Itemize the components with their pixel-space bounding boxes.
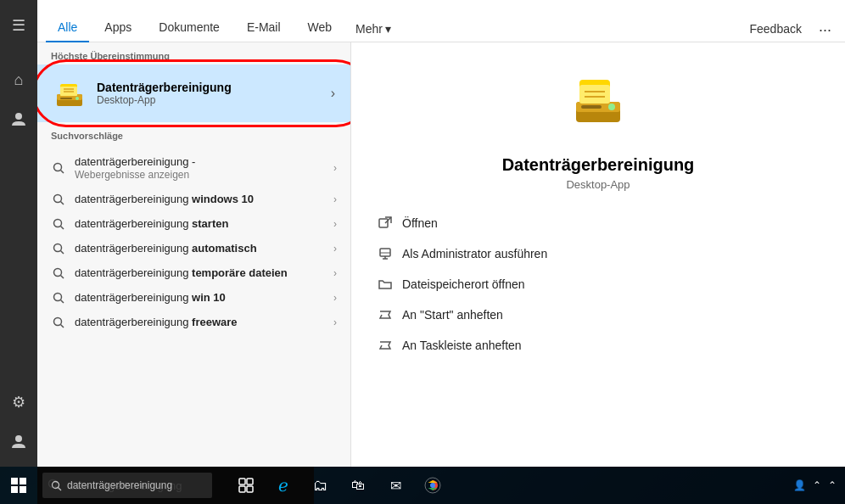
svg-line-21 <box>61 300 64 303</box>
suggestion-arrow-7: › <box>333 316 337 328</box>
action-admin[interactable]: Als Administrator ausführen <box>377 242 820 266</box>
suggestion-item-1[interactable]: datenträgerbereinigung - Webergebnisse a… <box>37 149 350 187</box>
sidebar: ☰ ⌂ ⚙ <box>0 0 37 467</box>
detail-title: Datenträgerbereinigung <box>377 155 820 175</box>
suggestions-label: Suchvorschläge <box>37 122 350 144</box>
svg-line-23 <box>61 324 64 328</box>
folder-icon <box>377 276 394 293</box>
svg-rect-46 <box>239 479 245 484</box>
edge-icon[interactable]: ℯ <box>266 467 300 504</box>
file-explorer-icon[interactable]: 🗂 <box>304 467 338 504</box>
tab-dokumente[interactable]: Dokumente <box>147 14 232 42</box>
more-options-button[interactable]: ··· <box>814 18 837 42</box>
action-pin-taskbar[interactable]: An Taskleiste anheften <box>377 333 820 357</box>
detail-actions: Öffnen Als Administrator ausführen Datei… <box>377 211 820 357</box>
suggestion-text-7: datenträgerbereinigung freeware <box>75 316 325 328</box>
main-content: Alle Apps Dokumente E-Mail Web Mehr ▾ Fe… <box>37 0 845 467</box>
svg-point-16 <box>54 244 62 251</box>
sidebar-home[interactable]: ⌂ <box>0 61 37 98</box>
suggestion-arrow-1: › <box>333 162 337 174</box>
svg-rect-26 <box>581 105 602 109</box>
search-icon-1 <box>51 162 66 174</box>
taskview-icon[interactable] <box>229 467 263 504</box>
suggestion-item-7[interactable]: datenträgerbereinigung freeware › <box>37 310 350 334</box>
svg-point-5 <box>76 97 79 100</box>
best-match-label: Höchste Übereinstimmung <box>37 42 350 64</box>
taskbar-search-text: datenträgerbereinigung <box>67 479 172 491</box>
pin-start-icon <box>377 306 394 323</box>
start-button[interactable] <box>0 467 37 504</box>
tab-web[interactable]: Web <box>296 14 344 42</box>
pin-taskbar-icon <box>377 337 394 354</box>
taskbar-notification-icon: ⌃ <box>813 479 821 491</box>
best-match-text: Datenträgerbereinigung Desktop-App <box>97 81 331 106</box>
suggestion-text-6: datenträgerbereinigung win 10 <box>75 291 325 304</box>
taskbar-app-icons: ℯ 🗂 🛍 ✉ <box>229 467 450 504</box>
svg-rect-49 <box>247 486 253 492</box>
sidebar-settings[interactable]: ⚙ <box>0 384 37 421</box>
svg-line-17 <box>61 250 64 254</box>
taskbar-expand-icon: ⌃ <box>828 479 837 491</box>
sidebar-bottom: ⚙ <box>0 384 37 460</box>
suggestion-text-2: datenträgerbereinigung windows 10 <box>75 193 325 205</box>
svg-rect-32 <box>379 219 388 227</box>
sidebar-profile[interactable] <box>0 100 37 137</box>
results-left-column: Höchste Übereinstimmung <box>37 42 351 467</box>
svg-rect-48 <box>239 486 245 492</box>
action-open[interactable]: Öffnen <box>377 211 820 235</box>
search-icon-2 <box>51 193 66 205</box>
action-pin-start[interactable]: An "Start" anheften <box>377 303 820 327</box>
search-icon-6 <box>51 292 66 304</box>
svg-rect-4 <box>60 98 72 99</box>
svg-point-44 <box>53 481 59 488</box>
suggestion-item-3[interactable]: datenträgerbereinigung starten › <box>37 211 350 236</box>
svg-point-10 <box>54 164 62 171</box>
chrome-icon[interactable] <box>416 467 450 504</box>
suggestion-text-1: datenträgerbereinigung - Webergebnisse a… <box>75 155 325 181</box>
tab-email[interactable]: E-Mail <box>235 14 293 42</box>
detail-app-icon <box>377 68 820 142</box>
results-right-panel: Datenträgerbereinigung Desktop-App Öffne… <box>351 42 845 467</box>
detail-subtitle: Desktop-App <box>377 178 820 191</box>
svg-rect-40 <box>11 478 18 484</box>
suggestion-text-4: datenträgerbereinigung automatisch <box>75 242 325 255</box>
search-icon-4 <box>51 243 66 255</box>
tab-apps[interactable]: Apps <box>92 14 143 42</box>
svg-point-18 <box>54 268 62 276</box>
suggestion-item-2[interactable]: datenträgerbereinigung windows 10 › <box>37 187 350 211</box>
sidebar-user[interactable] <box>0 423 37 460</box>
action-file-location[interactable]: Dateispeicherort öffnen <box>377 272 820 296</box>
feedback-button[interactable]: Feedback <box>741 15 810 42</box>
svg-point-0 <box>15 113 22 120</box>
search-icon-7 <box>51 316 66 328</box>
tab-mehr[interactable]: Mehr ▾ <box>347 15 400 42</box>
svg-rect-47 <box>247 479 253 484</box>
mail-icon[interactable]: ✉ <box>378 467 412 504</box>
search-icon-5 <box>51 267 66 279</box>
suggestion-item-4[interactable]: datenträgerbereinigung automatisch › <box>37 236 350 260</box>
svg-rect-41 <box>20 478 26 484</box>
svg-rect-29 <box>579 85 610 104</box>
suggestion-item-5[interactable]: datenträgerbereinigung temporäre dateien… <box>37 260 350 285</box>
svg-point-12 <box>54 194 62 202</box>
suggestion-arrow-5: › <box>333 267 337 279</box>
admin-icon <box>377 245 394 262</box>
svg-line-19 <box>61 275 64 278</box>
store-icon[interactable]: 🛍 <box>341 467 375 504</box>
suggestion-text-3: datenträgerbereinigung starten <box>75 217 325 230</box>
taskbar-right-area: 👤 ⌃ ⌃ <box>793 479 845 491</box>
suggestion-arrow-4: › <box>333 243 337 255</box>
svg-point-51 <box>430 483 435 488</box>
best-match-title: Datenträgerbereinigung <box>97 81 331 94</box>
best-match-item[interactable]: Datenträgerbereinigung Desktop-App › <box>37 64 350 122</box>
tab-alle[interactable]: Alle <box>46 14 89 42</box>
suggestion-item-6[interactable]: datenträgerbereinigung win 10 › <box>37 285 350 310</box>
taskbar: datenträgerbereinigung ℯ 🗂 🛍 ✉ 👤 ⌃ <box>0 467 845 504</box>
svg-point-27 <box>608 104 615 110</box>
open-icon <box>377 215 394 232</box>
best-match-subtitle: Desktop-App <box>97 94 331 106</box>
svg-point-22 <box>54 317 62 325</box>
sidebar-hamburger[interactable]: ☰ <box>0 7 37 44</box>
svg-line-15 <box>61 226 64 229</box>
suggestion-text-5: datenträgerbereinigung temporäre dateien <box>75 266 325 279</box>
